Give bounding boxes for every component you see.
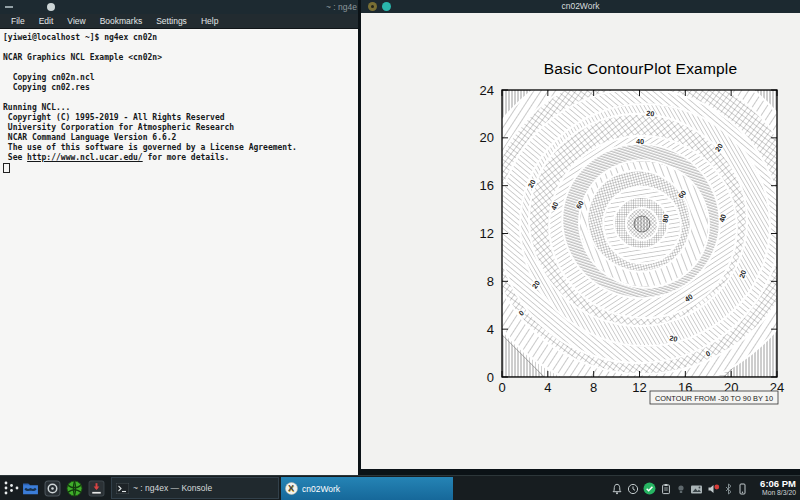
task-label: ~ : ng4ex — Konsole	[133, 483, 212, 493]
contour-plot: 2040202040606080402020040200 04812162024…	[450, 55, 800, 430]
notifications-icon[interactable]	[611, 483, 623, 495]
screenshot-tool-icon[interactable]	[690, 483, 703, 495]
y-axis-tick-label: 24	[480, 83, 494, 98]
app-launcher-icon[interactable]	[3, 479, 21, 497]
plot-window-title: cn02Work	[361, 1, 800, 11]
terminal-cursor	[3, 163, 10, 173]
terminal-line: NCAR Graphics NCL Example <cn02n>	[3, 53, 359, 63]
media-player-icon[interactable]	[44, 480, 61, 497]
terminal-line	[3, 93, 359, 103]
terminal-title: ~ : ng4e	[326, 2, 357, 12]
x-axis-tick-label: 0	[498, 380, 505, 395]
terminal-line	[3, 43, 359, 53]
y-axis-tick-label: 20	[480, 130, 494, 145]
device-connect-icon[interactable]	[737, 483, 748, 495]
y-axis-tick-label: 4	[487, 322, 494, 337]
menu-item-view[interactable]: View	[60, 16, 92, 26]
terminal-link[interactable]: http://www.ncl.ucar.edu/	[27, 153, 143, 162]
contour-info-text: CONTOUR FROM -30 TO 90 BY 10	[655, 394, 773, 403]
clock-widget[interactable]: 6:06 PM Mon 8/3/20	[750, 478, 796, 497]
svg-text:X: X	[288, 483, 294, 493]
taskbar-task-konsole[interactable]: ~ : ng4ex — Konsole	[111, 477, 279, 499]
y-axis-tick-label: 0	[487, 370, 494, 385]
package-installer-icon[interactable]	[88, 480, 105, 497]
terminal-line: See http://www.ncl.ucar.edu/ for more de…	[3, 153, 359, 163]
clipboard-icon[interactable]	[660, 483, 672, 495]
y-axis-tick-label: 12	[480, 226, 494, 241]
menu-item-bookmarks[interactable]: Bookmarks	[93, 16, 150, 26]
terminal-titlebar[interactable]: ~ : ng4e	[0, 0, 362, 14]
clock-time: 6:06 PM	[750, 478, 796, 489]
volume-muted-icon[interactable]	[707, 483, 720, 495]
window-pin-icon[interactable]	[5, 6, 13, 8]
konsole-icon	[116, 483, 129, 494]
x-axis-tick-label: 12	[632, 380, 646, 395]
contour-label: 40	[636, 137, 644, 146]
terminal-line: University Corporation for Atmospheric R…	[3, 123, 359, 133]
contour-label: 20	[646, 109, 655, 119]
ncar-graphics-ball-icon[interactable]	[66, 480, 83, 497]
menu-item-edit[interactable]: Edit	[32, 16, 61, 26]
menu-item-settings[interactable]: Settings	[149, 16, 194, 26]
brightness-icon[interactable]	[676, 483, 686, 495]
y-axis-tick-label: 8	[487, 274, 494, 289]
contour-info-box: CONTOUR FROM -30 TO 90 BY 10	[650, 391, 778, 404]
taskbar: ~ : ng4ex — Konsole X X cn02Work	[0, 475, 800, 500]
terminal-window: ~ : ng4e File Edit View Bookmarks Settin…	[0, 0, 362, 475]
terminal-menubar: File Edit View Bookmarks Settings Help	[0, 14, 362, 29]
terminal-line	[3, 63, 359, 73]
terminal-line: Copying cn02n.ncl	[3, 73, 359, 83]
terminal-line: Copying cn02.res	[3, 83, 359, 93]
plot-window: cn02Work Basic ContourPlot Example	[358, 0, 800, 475]
x-axis-tick-label: 8	[590, 380, 597, 395]
terminal-line: NCAR Command Language Version 6.6.2	[3, 133, 359, 143]
terminal-output[interactable]: [yiwei@localhost ~]$ ng4ex cn02nNCAR Gra…	[0, 29, 362, 475]
status-ok-icon[interactable]	[643, 482, 656, 495]
window-button-icon[interactable]	[47, 3, 55, 11]
taskbar-task-cn02work[interactable]: X X cn02Work	[281, 477, 453, 500]
terminal-line: The use of this software is governed by …	[3, 143, 359, 153]
task-label: cn02Work	[302, 484, 340, 494]
terminal-line: [yiwei@localhost ~]$ ng4ex cn02n	[3, 33, 359, 43]
desktop: ~ : ng4e File Edit View Bookmarks Settin…	[0, 0, 800, 500]
terminal-line: Copyright (C) 1995-2019 - All Rights Res…	[3, 113, 359, 123]
file-manager-icon[interactable]	[22, 480, 39, 497]
terminal-line: Running NCL...	[3, 103, 359, 113]
menu-item-file[interactable]: File	[4, 16, 32, 26]
system-tray	[611, 482, 748, 495]
bluetooth-icon[interactable]	[724, 483, 733, 495]
plot-titlebar[interactable]: cn02Work	[361, 0, 800, 13]
menu-item-help[interactable]: Help	[194, 16, 225, 26]
plot-window-content: cn02Work Basic ContourPlot Example	[361, 0, 800, 469]
clock-icon[interactable]	[627, 483, 639, 495]
terminal-cursor-line	[3, 163, 359, 173]
y-axis-tick-label: 16	[480, 178, 494, 193]
x-axis-tick-label: 4	[544, 380, 551, 395]
clock-date: Mon 8/3/20	[750, 489, 796, 497]
xorg-icon: X X	[285, 482, 298, 495]
